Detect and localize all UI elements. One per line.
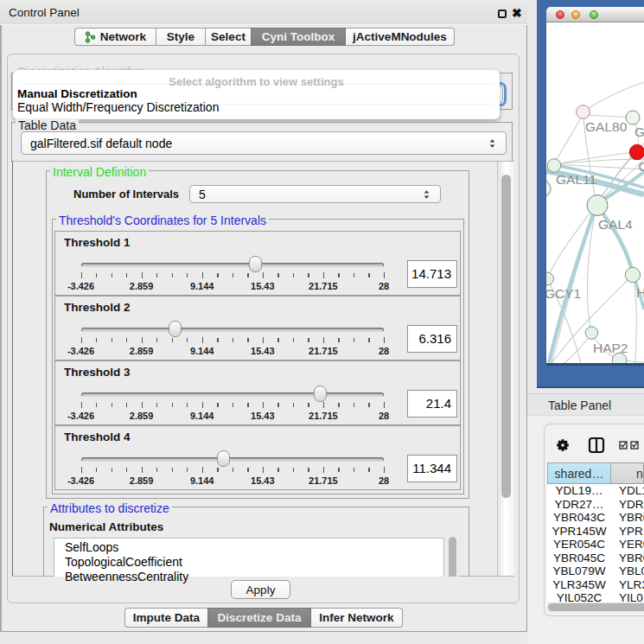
svg-text:C: C bbox=[639, 159, 644, 174]
svg-text:HAP2: HAP2 bbox=[593, 341, 628, 355]
svg-text:GAL80: GAL80 bbox=[585, 119, 628, 134]
svg-text:GCY1: GCY1 bbox=[546, 286, 581, 301]
svg-text:H: H bbox=[636, 285, 644, 300]
svg-text:G.: G. bbox=[634, 124, 644, 139]
svg-text:GAL4: GAL4 bbox=[598, 217, 633, 232]
svg-text:GAL11: GAL11 bbox=[556, 172, 596, 187]
